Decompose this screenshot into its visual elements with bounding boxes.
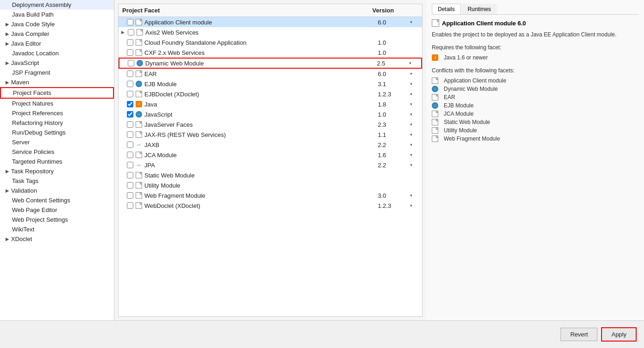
facet-row[interactable]: Static Web Module: [119, 170, 422, 180]
sidebar-item-refactoring-history[interactable]: Refactoring History: [0, 118, 114, 128]
facet-checkbox[interactable]: [128, 60, 134, 66]
facet-name: Web Fragment Module: [144, 192, 378, 199]
facet-dropdown-icon[interactable]: ▾: [409, 61, 418, 65]
facet-dropdown-icon[interactable]: ▾: [410, 112, 419, 117]
facet-checkbox[interactable]: [127, 101, 133, 107]
sidebar-item-label: Web Project Settings: [12, 216, 68, 223]
facet-checkbox[interactable]: [127, 111, 133, 118]
sidebar-item-xdoclet[interactable]: ▶XDoclet: [0, 234, 114, 244]
sidebar-item-jsp-fragment[interactable]: JSP Fragment: [0, 68, 114, 77]
sidebar-item-project-references[interactable]: Project References: [0, 108, 114, 118]
facet-dropdown-icon[interactable]: ▾: [410, 163, 419, 167]
doc-icon: [136, 19, 142, 25]
facet-dropdown-icon[interactable]: ▾: [410, 193, 419, 198]
facet-dropdown-icon[interactable]: ▾: [410, 153, 419, 157]
facet-row[interactable]: JavaServer Faces2.3▾: [119, 119, 422, 130]
facet-dropdown-icon[interactable]: ▾: [410, 20, 419, 24]
facet-checkbox[interactable]: [127, 192, 133, 199]
facet-dropdown-icon[interactable]: ▾: [410, 142, 419, 147]
sidebar-item-project-facets[interactable]: Project Facets: [0, 87, 114, 99]
doc-icon: [432, 136, 438, 142]
sidebar-item-project-natures[interactable]: Project Natures: [0, 99, 114, 108]
facet-row[interactable]: EAR6.0▾: [119, 69, 422, 79]
facet-checkbox[interactable]: [127, 39, 133, 46]
facet-icon: [135, 39, 143, 46]
facet-row[interactable]: ↔JAXB2.2▾: [119, 140, 422, 150]
facet-row[interactable]: JCA Module1.6▾: [119, 150, 422, 160]
facet-checkbox[interactable]: [127, 81, 133, 87]
facet-row[interactable]: Dynamic Web Module2.5▾: [119, 58, 422, 69]
facet-dropdown-icon[interactable]: ▾: [410, 71, 419, 76]
facet-dropdown-icon[interactable]: ▾: [410, 122, 419, 127]
facet-version: 1.0: [378, 111, 410, 118]
sidebar-item-service-policies[interactable]: Service Policies: [0, 147, 114, 157]
facet-version: 2.5: [377, 60, 409, 67]
facet-checkbox[interactable]: [127, 49, 133, 56]
facet-row[interactable]: ↔JPA2.2▾: [119, 160, 422, 170]
facet-checkbox[interactable]: [127, 152, 133, 158]
revert-button[interactable]: Revert: [561, 328, 597, 341]
sidebar-item-task-tags[interactable]: Task Tags: [0, 176, 114, 186]
sidebar-item-java-build-path[interactable]: Java Build Path: [0, 10, 114, 19]
sidebar-item-server[interactable]: Server: [0, 137, 114, 147]
sidebar-item-maven[interactable]: ▶Maven: [0, 77, 114, 87]
facet-row[interactable]: JavaScript1.0▾: [119, 109, 422, 119]
facet-row[interactable]: EJBDoclet (XDoclet)1.2.3▾: [119, 89, 422, 99]
facet-dropdown-icon[interactable]: ▾: [410, 102, 419, 106]
facet-checkbox[interactable]: [127, 91, 133, 97]
facet-checkbox[interactable]: [127, 182, 133, 189]
facet-name: Static Web Module: [144, 172, 378, 179]
facet-row[interactable]: Utility Module: [119, 180, 422, 190]
sidebar-item-run-debug-settings[interactable]: Run/Debug Settings: [0, 128, 114, 137]
facet-dropdown-icon[interactable]: ▾: [410, 82, 419, 86]
sidebar-item-javascript[interactable]: ▶JavaScript: [0, 58, 114, 68]
facet-row[interactable]: EJB Module3.1▾: [119, 79, 422, 89]
facet-row[interactable]: Cloud Foundry Standalone Application1.0: [119, 37, 422, 47]
sidebar-item-web-content-settings[interactable]: Web Content Settings: [0, 195, 114, 205]
facet-checkbox[interactable]: [127, 71, 133, 77]
doc-icon: [137, 29, 143, 35]
facet-checkbox[interactable]: [127, 162, 133, 168]
sidebar-item-task-repository[interactable]: ▶Task Repository: [0, 166, 114, 176]
facet-row[interactable]: JJava1.8▾: [119, 99, 422, 109]
facet-checkbox[interactable]: [127, 121, 133, 128]
sidebar-item-web-page-editor[interactable]: Web Page Editor: [0, 205, 114, 215]
facet-dropdown-icon[interactable]: ▾: [410, 92, 419, 96]
facet-expand-icon: ▶: [121, 30, 127, 35]
tab-details[interactable]: Details: [432, 4, 461, 14]
doc-icon: [136, 121, 142, 128]
facets-col1-header: Project Facet: [122, 7, 372, 14]
facet-checkbox[interactable]: [127, 172, 133, 178]
facet-checkbox[interactable]: [127, 142, 133, 148]
apply-button[interactable]: Apply: [601, 327, 637, 342]
sidebar-item-web-project-settings[interactable]: Web Project Settings: [0, 215, 114, 224]
doc-icon: [136, 182, 142, 189]
sidebar-item-java-editor[interactable]: ▶Java Editor: [0, 39, 114, 48]
facet-row[interactable]: Web Fragment Module3.0▾: [119, 190, 422, 201]
facet-row[interactable]: CXF 2.x Web Services1.0: [119, 47, 422, 58]
sidebar-item-wikitext[interactable]: WikiText: [0, 224, 114, 234]
sidebar-item-targeted-runtimes[interactable]: Targeted Runtimes: [0, 157, 114, 166]
expand-arrow-icon: ▶: [6, 236, 9, 242]
facet-checkbox[interactable]: [128, 29, 134, 35]
facet-dropdown-icon[interactable]: ▾: [410, 132, 419, 137]
conflicts-item-label: EJB Module: [444, 102, 474, 109]
sidebar-item-deployment-assembly[interactable]: Deployment Assembly: [0, 0, 114, 10]
expand-arrow-icon: ▶: [6, 169, 9, 174]
tab-runtimes[interactable]: Runtimes: [462, 4, 497, 14]
facet-name: Dynamic Web Module: [145, 60, 377, 67]
facet-row[interactable]: WebDoclet (XDoclet)1.2.3▾: [119, 201, 422, 211]
sidebar-item-java-code-style[interactable]: ▶Java Code Style: [0, 19, 114, 29]
sidebar-item-validation[interactable]: ▶Validation: [0, 186, 114, 195]
facet-row[interactable]: JAX-RS (REST Web Services)1.1▾: [119, 130, 422, 140]
facet-dropdown-icon[interactable]: ▾: [410, 203, 419, 208]
sidebar-item-javadoc-location[interactable]: Javadoc Location: [0, 48, 114, 58]
facet-checkbox[interactable]: [127, 202, 133, 209]
sidebar-item-java-compiler[interactable]: ▶Java Compiler: [0, 29, 114, 39]
facet-row[interactable]: Application Client module6.0▾: [119, 17, 422, 27]
expand-arrow-icon: ▶: [6, 41, 9, 46]
facet-name: JCA Module: [144, 152, 378, 159]
facet-checkbox[interactable]: [127, 19, 133, 25]
facet-row[interactable]: ▶ Axis2 Web Services: [119, 27, 422, 37]
facet-checkbox[interactable]: [127, 131, 133, 138]
